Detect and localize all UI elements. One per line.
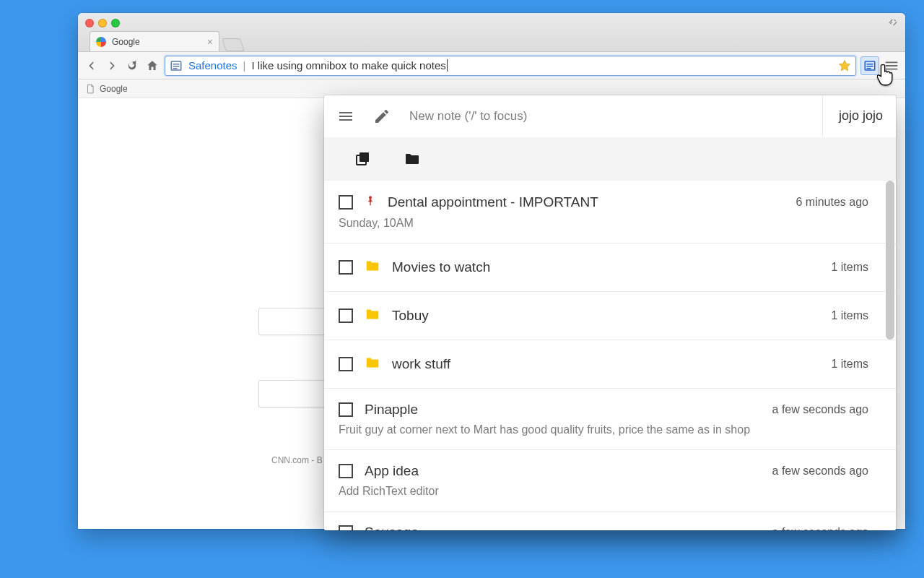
folder-title: work stuff	[392, 356, 450, 372]
folder-icon[interactable]	[404, 150, 421, 168]
folder-title: Movies to watch	[392, 259, 490, 275]
note-title: Pinapple	[365, 402, 418, 418]
window-zoom-button[interactable]	[111, 19, 120, 27]
folder-icon	[365, 355, 380, 374]
google-footer-text: CNN.com - B	[271, 455, 323, 465]
bookmark-item[interactable]: Google	[100, 84, 128, 94]
note-item[interactable]: App idea a few seconds ago Add RichText …	[324, 450, 896, 512]
note-subtitle: Fruit guy at corner next to Mart has goo…	[339, 423, 868, 436]
checkbox[interactable]	[339, 464, 353, 478]
new-tab-button[interactable]	[222, 38, 245, 51]
omnibox-input-text[interactable]: I like using omnibox to make quick notes	[251, 59, 447, 72]
panel-toolbar	[324, 137, 896, 181]
note-title: Dental appointment - IMPORTANT	[388, 194, 598, 210]
note-meta: a few seconds ago	[772, 526, 868, 530]
folder-item[interactable]: Tobuy 1 items	[324, 292, 896, 340]
tabstrip: Google ×	[78, 30, 905, 51]
reload-button[interactable]	[124, 58, 140, 74]
safenotes-panel: New note ('/' to focus) jojo jojo Dental…	[324, 95, 896, 530]
titlebar: Google ×	[78, 13, 905, 52]
folder-meta: 1 items	[831, 358, 868, 371]
omnibox-app-name: Safenotes	[188, 59, 237, 72]
panel-header: New note ('/' to focus) jojo jojo	[324, 95, 896, 137]
stack-icon[interactable]	[354, 150, 372, 168]
note-meta: 6 minutes ago	[796, 196, 868, 209]
folder-title: Tobuy	[392, 308, 429, 324]
window-close-button[interactable]	[85, 19, 94, 27]
checkbox[interactable]	[339, 525, 353, 530]
folder-meta: 1 items	[831, 261, 868, 274]
folder-meta: 1 items	[831, 309, 868, 322]
back-button[interactable]	[84, 58, 100, 74]
window-minimize-button[interactable]	[98, 19, 107, 27]
forward-button[interactable]	[104, 58, 120, 74]
hamburger-icon[interactable]	[337, 108, 354, 125]
new-note-input[interactable]: New note ('/' to focus)	[409, 109, 527, 124]
note-subtitle: Add RichText editor	[339, 485, 868, 498]
checkbox[interactable]	[339, 309, 353, 323]
omnibox-separator: |	[243, 59, 246, 72]
folder-item[interactable]: Movies to watch 1 items	[324, 243, 896, 292]
folder-item[interactable]: work stuff 1 items	[324, 340, 896, 389]
omnibox-page-icon	[170, 59, 183, 72]
note-item[interactable]: Pinapple a few seconds ago Fruit guy at …	[324, 389, 896, 450]
checkbox[interactable]	[339, 357, 353, 371]
note-meta: a few seconds ago	[772, 465, 868, 478]
note-title: Sausage	[365, 525, 419, 530]
svg-rect-8	[359, 152, 369, 162]
note-meta: a few seconds ago	[772, 403, 868, 416]
page-icon	[85, 84, 95, 94]
toolbar: Safenotes | I like using omnibox to make…	[78, 52, 905, 79]
note-title: App idea	[365, 463, 419, 479]
note-subtitle: Sunday, 10AM	[339, 217, 868, 230]
scrollbar[interactable]	[886, 181, 894, 530]
folder-icon	[365, 258, 380, 277]
maximise-icon[interactable]	[886, 17, 899, 27]
note-item[interactable]: Dental appointment - IMPORTANT 6 minutes…	[324, 181, 896, 243]
checkbox[interactable]	[339, 260, 353, 275]
window-controls	[85, 19, 120, 27]
favicon-icon	[96, 37, 106, 47]
home-button[interactable]	[144, 58, 160, 74]
pointer-cursor-icon	[877, 64, 897, 88]
checkbox[interactable]	[339, 402, 353, 417]
folder-icon	[365, 306, 380, 325]
checkbox[interactable]	[339, 195, 353, 210]
user-name[interactable]: jojo jojo	[822, 95, 883, 137]
scrollbar-thumb[interactable]	[886, 181, 894, 340]
pencil-icon[interactable]	[373, 108, 391, 125]
notes-list: Dental appointment - IMPORTANT 6 minutes…	[324, 181, 896, 530]
bookmark-star-icon[interactable]	[838, 59, 851, 72]
omnibox[interactable]: Safenotes | I like using omnibox to make…	[165, 56, 856, 76]
browser-tab[interactable]: Google ×	[90, 31, 219, 51]
pin-icon	[365, 194, 376, 211]
tab-close-icon[interactable]: ×	[207, 37, 213, 47]
tab-title: Google	[112, 37, 140, 47]
note-item[interactable]: Sausage a few seconds ago	[324, 512, 896, 530]
